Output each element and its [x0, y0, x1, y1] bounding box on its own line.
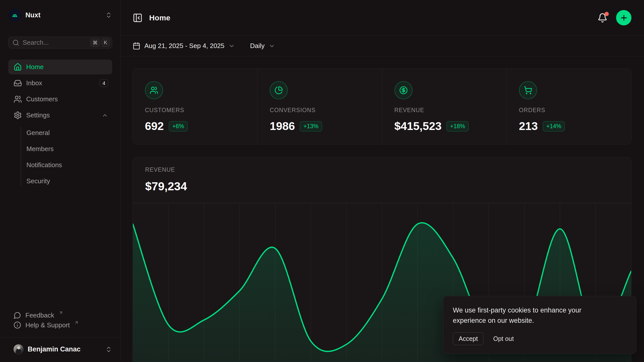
stat-delta-badge: +13% [300, 121, 322, 131]
sidebar-item-label: Settings [26, 111, 50, 119]
revenue-chart-value: $79,234 [145, 179, 631, 193]
brand-name: Nuxt [25, 11, 41, 19]
stats-row: CUSTOMERS 692 +6% CONVERSIONS 1986 +13% [133, 68, 631, 145]
sidebar-item-customers[interactable]: Customers [8, 92, 112, 107]
chevrons-up-down-icon [105, 12, 112, 19]
sidebar-item-label: Inbox [26, 79, 42, 87]
date-range-picker[interactable]: Aug 21, 2025 - Sep 4, 2025 [133, 42, 235, 50]
stat-orders[interactable]: ORDERS 213 +14% [507, 69, 631, 144]
stat-label: ORDERS [519, 107, 626, 114]
stat-customers[interactable]: CUSTOMERS 692 +6% [133, 69, 257, 144]
sidebar-item-inbox[interactable]: Inbox 4 [8, 76, 112, 90]
stat-value: 213 [519, 120, 538, 133]
sidebar-item-label: Customers [26, 95, 58, 103]
search-icon [12, 39, 19, 46]
sidebar-nav: Home Inbox 4 Customers Settings Genera [8, 60, 112, 189]
sub-item-label: Members [26, 145, 54, 153]
revenue-chart-label: REVENUE [145, 166, 631, 173]
chevron-down-icon [228, 43, 235, 49]
search-shortcut: ⌘ K [90, 38, 110, 47]
stat-value: 1986 [270, 120, 295, 133]
sidebar-item-members[interactable]: Members [26, 141, 112, 157]
user-avatar [13, 344, 24, 354]
optout-cookies-button[interactable]: Opt out [493, 335, 514, 342]
kbd-cmd: ⌘ [90, 38, 100, 47]
stat-label: REVENUE [394, 107, 502, 114]
feedback-label: Feedback [25, 311, 54, 319]
stat-delta-badge: +6% [169, 121, 188, 131]
granularity-select[interactable]: Daily [250, 42, 275, 50]
message-circle-icon [14, 311, 21, 319]
nuxt-logo-icon [8, 9, 21, 22]
cookie-banner: We use first-party cookies to enhance yo… [443, 296, 636, 354]
circle-dollar-icon [394, 81, 413, 99]
kbd-k: K [101, 38, 110, 47]
inbox-icon [14, 79, 22, 87]
header-actions [596, 10, 631, 25]
inbox-count-badge: 4 [100, 79, 108, 87]
stat-delta-badge: +18% [447, 121, 468, 131]
sub-item-label: Security [26, 177, 50, 185]
external-link-icon [74, 320, 79, 325]
granularity-value: Daily [250, 42, 265, 50]
user-menu[interactable]: Benjamin Canac [8, 338, 112, 354]
sidebar-item-notifications[interactable]: Notifications [26, 157, 112, 173]
notifications-button[interactable] [596, 12, 609, 24]
stat-revenue[interactable]: REVENUE $415,523 +18% [382, 69, 507, 144]
chevron-down-icon [269, 43, 275, 49]
chevron-up-icon [102, 112, 108, 119]
help-support-link[interactable]: Help & Support [8, 321, 112, 329]
sidebar-footer: Feedback Help & Support [8, 311, 112, 332]
cookie-message: We use first-party cookies to enhance yo… [453, 305, 601, 326]
team-switcher[interactable]: Nuxt [8, 9, 112, 22]
sidebar-item-label: Home [26, 63, 44, 71]
stat-value: $415,523 [394, 120, 442, 133]
cookie-actions: Accept Opt out [453, 332, 626, 345]
users-icon [145, 81, 163, 99]
sidebar-item-home[interactable]: Home [8, 60, 112, 74]
search-input[interactable] [23, 39, 87, 47]
house-icon [14, 63, 22, 71]
shopping-cart-icon [519, 81, 537, 99]
pie-chart-icon [270, 81, 288, 99]
accept-cookies-button[interactable]: Accept [453, 332, 484, 345]
chevrons-up-down-icon [105, 346, 112, 353]
filter-bar: Aug 21, 2025 - Sep 4, 2025 Daily [120, 36, 644, 56]
help-support-label: Help & Support [25, 321, 70, 329]
stat-value: 692 [145, 120, 164, 133]
sub-item-label: Notifications [26, 161, 62, 169]
stat-conversions[interactable]: CONVERSIONS 1986 +13% [257, 69, 382, 144]
external-link-icon [59, 310, 63, 315]
calendar-icon [133, 42, 140, 50]
collapse-sidebar-button[interactable] [133, 13, 143, 23]
notification-dot [605, 12, 609, 16]
page-title: Home [149, 14, 170, 22]
sub-item-label: General [26, 129, 50, 137]
feedback-link[interactable]: Feedback [8, 311, 112, 319]
sidebar-item-security[interactable]: Security [26, 173, 112, 189]
search-bar[interactable]: ⌘ K [8, 37, 112, 49]
users-icon [14, 95, 22, 103]
user-name: Benjamin Canac [28, 345, 80, 353]
plus-icon [620, 14, 628, 22]
top-header: Home [120, 0, 644, 36]
stat-label: CUSTOMERS [145, 107, 252, 114]
info-circle-icon [14, 321, 21, 329]
stat-delta-badge: +14% [543, 121, 565, 131]
settings-subnav: General Members Notifications Security [8, 125, 112, 189]
add-new-button[interactable] [616, 10, 631, 25]
sidebar: Nuxt ⌘ K Home Inbox 4 [0, 0, 120, 362]
gear-icon [14, 111, 22, 119]
sidebar-item-general[interactable]: General [26, 125, 112, 141]
date-range-value: Aug 21, 2025 - Sep 4, 2025 [144, 42, 224, 50]
sidebar-item-settings[interactable]: Settings [8, 108, 112, 123]
stat-label: CONVERSIONS [270, 107, 377, 114]
